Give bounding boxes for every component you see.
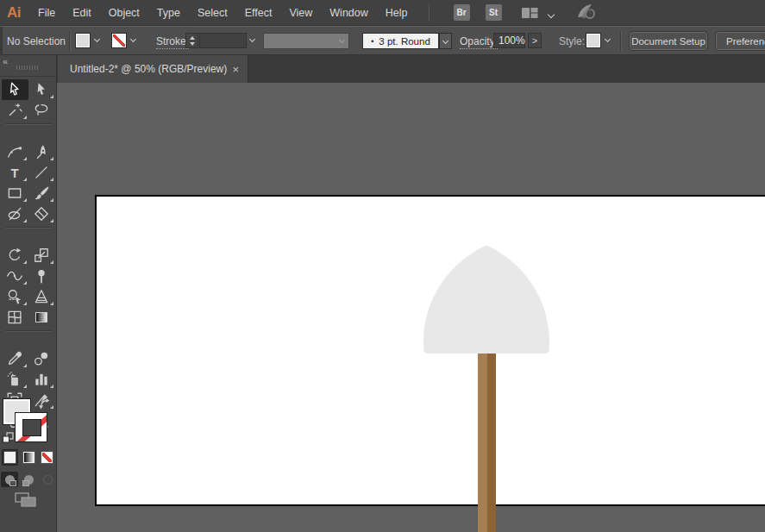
gradient-button[interactable] bbox=[21, 449, 37, 466]
brush-definition-chevron-icon[interactable] bbox=[439, 33, 452, 49]
illustrator-window: Ai FileEditObjectTypeSelectEffectViewWin… bbox=[0, 0, 765, 532]
stroke-color-chevron-icon[interactable] bbox=[128, 33, 139, 48]
swap-fill-stroke-icon[interactable] bbox=[38, 397, 53, 414]
style-label: Style: bbox=[559, 35, 585, 47]
menu-item-select[interactable]: Select bbox=[189, 0, 236, 26]
menu-item-view[interactable]: View bbox=[280, 0, 321, 26]
opacity-expand-button[interactable]: > bbox=[528, 33, 542, 48]
menu-item-help[interactable]: Help bbox=[377, 0, 417, 26]
default-fill-stroke-icon[interactable] bbox=[2, 432, 15, 448]
fill-color-swatch[interactable] bbox=[75, 33, 91, 48]
panel-grip[interactable] bbox=[16, 66, 40, 70]
stroke-width-chevron-icon[interactable] bbox=[247, 33, 258, 48]
brush-preview-dot: • bbox=[371, 37, 373, 46]
subtool-indicator-icon bbox=[23, 260, 27, 264]
draw-behind-button[interactable] bbox=[20, 472, 37, 487]
shape-builder-tool[interactable] bbox=[2, 286, 28, 307]
line-segment-tool[interactable] bbox=[28, 162, 55, 183]
lasso-tool[interactable] bbox=[28, 100, 55, 121]
document-setup-button[interactable]: Document Setup bbox=[630, 32, 707, 50]
stroke-hole bbox=[22, 419, 41, 436]
subtool-indicator-icon bbox=[23, 385, 27, 388]
subtool-indicator-icon bbox=[23, 116, 27, 119]
subtool-indicator-icon bbox=[23, 281, 27, 285]
stroke-width-input[interactable] bbox=[199, 33, 247, 48]
opacity-input[interactable]: 100% bbox=[493, 33, 525, 48]
tab-close-icon[interactable]: × bbox=[232, 64, 239, 75]
selection-tool[interactable] bbox=[2, 79, 28, 100]
brush-definition-value: 3 pt. Round bbox=[379, 36, 430, 47]
scale-tool[interactable] bbox=[28, 245, 55, 266]
width-tool[interactable] bbox=[2, 266, 28, 286]
column-graph-tool[interactable] bbox=[28, 369, 55, 390]
control-bar-grip[interactable] bbox=[0, 27, 3, 55]
tool-group-divider bbox=[2, 121, 55, 126]
none-button[interactable] bbox=[39, 449, 55, 466]
stroke-width-stepper[interactable] bbox=[185, 33, 198, 48]
cc-sync-icon[interactable] bbox=[574, 2, 597, 24]
subtool-indicator-icon bbox=[23, 178, 27, 181]
screen-mode-icon[interactable] bbox=[14, 491, 38, 512]
fill-color-chevron-icon[interactable] bbox=[91, 33, 103, 48]
pen-tool[interactable] bbox=[28, 141, 55, 162]
stock-button[interactable]: St bbox=[486, 4, 502, 21]
draw-inside-button bbox=[39, 472, 56, 487]
eyedropper-tool[interactable] bbox=[2, 348, 28, 369]
paintbrush-tool[interactable] bbox=[28, 183, 55, 203]
shaper-tool[interactable] bbox=[2, 203, 28, 224]
menu-item-window[interactable]: Window bbox=[321, 0, 376, 26]
blend-tool[interactable] bbox=[28, 348, 55, 369]
subtool-indicator-icon bbox=[50, 95, 53, 98]
tree-trunk-shape[interactable] bbox=[478, 352, 496, 532]
gradient-tool[interactable] bbox=[28, 307, 55, 328]
eraser-tool[interactable] bbox=[28, 203, 55, 224]
subtool-indicator-icon bbox=[23, 219, 27, 222]
subtool-indicator-icon bbox=[50, 260, 53, 264]
curvature-tool[interactable] bbox=[2, 141, 28, 162]
brush-definition-select[interactable]: • 3 pt. Round bbox=[362, 33, 439, 49]
subtool-indicator-icon bbox=[23, 157, 27, 160]
menu-item-object[interactable]: Object bbox=[100, 0, 148, 26]
puppet-warp-tool[interactable] bbox=[28, 266, 55, 286]
magic-wand-tool[interactable] bbox=[2, 100, 28, 121]
draw-normal-button[interactable] bbox=[1, 472, 18, 487]
document-tab[interactable]: Untitled-2* @ 50% (RGB/Preview) × bbox=[58, 55, 248, 83]
style-swatch[interactable] bbox=[586, 33, 601, 48]
stroke-swatch-none[interactable] bbox=[15, 412, 47, 442]
bridge-button[interactable]: Br bbox=[454, 4, 470, 21]
workspace-switcher-icon[interactable] bbox=[519, 6, 540, 20]
subtool-indicator-icon bbox=[50, 219, 53, 222]
fill-type-row bbox=[2, 449, 55, 466]
canvas-pasteboard[interactable] bbox=[57, 83, 765, 532]
menu-item-effect[interactable]: Effect bbox=[236, 0, 281, 26]
menu-item-edit[interactable]: Edit bbox=[64, 0, 100, 26]
perspective-grid-tool[interactable] bbox=[28, 286, 55, 307]
opacity-label[interactable]: Opacity: bbox=[460, 35, 498, 49]
menu-item-type[interactable]: Type bbox=[148, 0, 189, 26]
trunk-light-half bbox=[478, 352, 487, 532]
subtool-indicator-icon bbox=[50, 198, 53, 202]
menu-item-file[interactable]: File bbox=[29, 0, 64, 26]
menu-bar: Ai FileEditObjectTypeSelectEffectViewWin… bbox=[0, 0, 765, 26]
style-chevron-icon[interactable] bbox=[602, 33, 613, 48]
menu-items-host: FileEditObjectTypeSelectEffectViewWindow… bbox=[29, 0, 417, 26]
subtool-indicator-icon bbox=[23, 198, 27, 202]
direct-selection-tool[interactable] bbox=[28, 79, 55, 100]
width-profile-select bbox=[263, 33, 349, 49]
stroke-color-swatch[interactable] bbox=[111, 33, 127, 48]
preferences-button[interactable]: Preferences bbox=[716, 32, 765, 50]
control-bar: No Selection Stroke: • 3 pt. Round Opaci… bbox=[0, 27, 765, 55]
rectangle-tool[interactable] bbox=[2, 183, 28, 203]
tree-canopy-shape[interactable] bbox=[423, 243, 549, 354]
color-button[interactable] bbox=[2, 449, 18, 466]
selection-status: No Selection bbox=[7, 35, 66, 47]
document-tab-title: Untitled-2* @ 50% (RGB/Preview) bbox=[58, 63, 227, 75]
rotate-tool[interactable] bbox=[2, 245, 28, 266]
stroke-label[interactable]: Stroke: bbox=[156, 35, 189, 49]
symbol-sprayer-tool[interactable] bbox=[2, 369, 28, 390]
type-tool[interactable]: T bbox=[2, 162, 28, 183]
workspace-chevron-icon[interactable] bbox=[549, 5, 554, 21]
mesh-tool[interactable] bbox=[2, 307, 28, 328]
panel-collapse-icon[interactable]: « bbox=[3, 56, 8, 66]
drawing-modes-row bbox=[1, 472, 56, 487]
